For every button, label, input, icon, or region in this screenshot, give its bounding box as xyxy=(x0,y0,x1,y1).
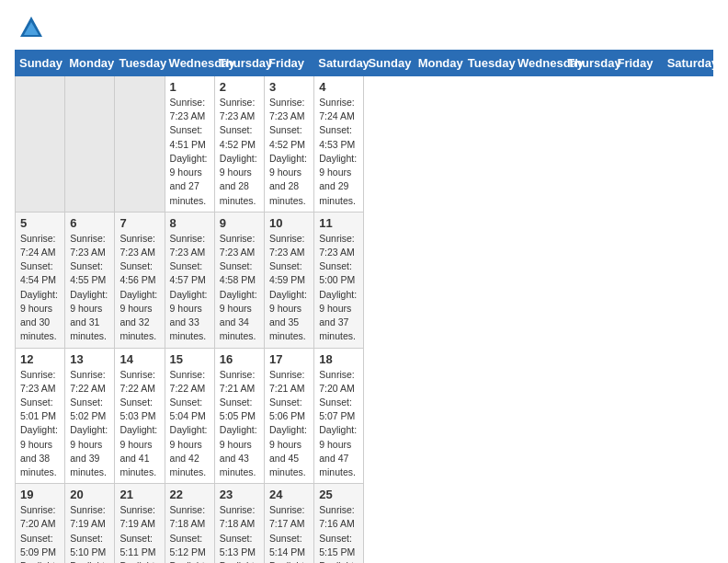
day-number: 21 xyxy=(119,488,159,501)
logo xyxy=(15,15,44,40)
day-number: 4 xyxy=(319,80,358,94)
header-sunday: Sunday xyxy=(16,51,65,76)
calendar-cell: 5Sunrise: 7:24 AMSunset: 4:54 PMDaylight… xyxy=(16,212,65,348)
calendar-cell: 3Sunrise: 7:23 AMSunset: 4:52 PMDaylight… xyxy=(265,76,314,213)
calendar-cell: 8Sunrise: 7:23 AMSunset: 4:57 PMDaylight… xyxy=(165,212,214,348)
day-info: Sunrise: 7:22 AMSunset: 5:04 PMDaylight:… xyxy=(170,368,210,480)
calendar-cell: 20Sunrise: 7:19 AMSunset: 5:10 PMDayligh… xyxy=(65,484,115,563)
day-info: Sunrise: 7:23 AMSunset: 4:55 PMDaylight:… xyxy=(70,232,109,344)
calendar-cell: 21Sunrise: 7:19 AMSunset: 5:11 PMDayligh… xyxy=(115,484,165,563)
calendar-cell: 22Sunrise: 7:18 AMSunset: 5:12 PMDayligh… xyxy=(165,484,214,563)
day-info: Sunrise: 7:20 AMSunset: 5:07 PMDaylight:… xyxy=(319,368,358,480)
col-header-sunday: Sunday xyxy=(364,51,414,76)
calendar-cell: 24Sunrise: 7:17 AMSunset: 5:14 PMDayligh… xyxy=(265,484,314,563)
calendar-header-row: SundayMondayTuesdayWednesdayThursdayFrid… xyxy=(16,51,713,76)
day-number: 24 xyxy=(269,488,309,501)
day-number: 14 xyxy=(119,352,159,366)
calendar-cell: 23Sunrise: 7:18 AMSunset: 5:13 PMDayligh… xyxy=(214,484,264,563)
day-number: 7 xyxy=(119,216,159,230)
col-header-saturday: Saturday xyxy=(663,51,712,76)
calendar-cell: 2Sunrise: 7:23 AMSunset: 4:52 PMDaylight… xyxy=(214,76,264,213)
header-thursday: Thursday xyxy=(214,51,264,76)
calendar-cell: 14Sunrise: 7:22 AMSunset: 5:03 PMDayligh… xyxy=(115,348,165,484)
logo-icon xyxy=(18,15,44,40)
header-wednesday: Wednesday xyxy=(165,51,214,76)
day-number: 22 xyxy=(170,488,210,501)
day-info: Sunrise: 7:24 AMSunset: 4:53 PMDaylight:… xyxy=(319,96,358,208)
calendar-cell xyxy=(115,76,165,213)
col-header-friday: Friday xyxy=(613,51,663,76)
day-number: 17 xyxy=(269,352,309,366)
day-info: Sunrise: 7:21 AMSunset: 5:06 PMDaylight:… xyxy=(269,368,309,480)
calendar-week-row: 12Sunrise: 7:23 AMSunset: 5:01 PMDayligh… xyxy=(16,348,713,484)
day-info: Sunrise: 7:23 AMSunset: 4:51 PMDaylight:… xyxy=(170,96,210,208)
day-number: 18 xyxy=(319,352,358,366)
day-number: 25 xyxy=(319,488,358,501)
day-info: Sunrise: 7:23 AMSunset: 4:52 PMDaylight:… xyxy=(269,96,309,208)
day-info: Sunrise: 7:16 AMSunset: 5:15 PMDaylight:… xyxy=(319,503,358,563)
day-number: 3 xyxy=(269,80,309,94)
day-info: Sunrise: 7:23 AMSunset: 4:59 PMDaylight:… xyxy=(269,232,309,344)
header-friday: Friday xyxy=(265,51,314,76)
calendar-week-row: 1Sunrise: 7:23 AMSunset: 4:51 PMDaylight… xyxy=(16,76,713,213)
day-info: Sunrise: 7:19 AMSunset: 5:11 PMDaylight:… xyxy=(119,503,159,563)
calendar-week-row: 5Sunrise: 7:24 AMSunset: 4:54 PMDaylight… xyxy=(16,212,713,348)
col-header-wednesday: Wednesday xyxy=(514,51,563,76)
calendar-cell: 25Sunrise: 7:16 AMSunset: 5:15 PMDayligh… xyxy=(314,484,364,563)
day-info: Sunrise: 7:18 AMSunset: 5:13 PMDaylight:… xyxy=(220,503,259,563)
day-info: Sunrise: 7:22 AMSunset: 5:02 PMDaylight:… xyxy=(70,368,109,480)
day-number: 6 xyxy=(70,216,109,230)
day-info: Sunrise: 7:24 AMSunset: 4:54 PMDaylight:… xyxy=(20,232,60,344)
day-number: 10 xyxy=(269,216,309,230)
day-info: Sunrise: 7:22 AMSunset: 5:03 PMDaylight:… xyxy=(119,368,159,480)
day-info: Sunrise: 7:21 AMSunset: 5:05 PMDaylight:… xyxy=(220,368,259,480)
day-number: 20 xyxy=(70,488,109,501)
day-info: Sunrise: 7:23 AMSunset: 4:56 PMDaylight:… xyxy=(119,232,159,344)
day-number: 11 xyxy=(319,216,358,230)
header-monday: Monday xyxy=(65,51,115,76)
calendar-cell: 7Sunrise: 7:23 AMSunset: 4:56 PMDaylight… xyxy=(115,212,165,348)
day-info: Sunrise: 7:23 AMSunset: 4:57 PMDaylight:… xyxy=(170,232,210,344)
day-number: 23 xyxy=(220,488,259,501)
day-number: 19 xyxy=(20,488,60,501)
day-info: Sunrise: 7:18 AMSunset: 5:12 PMDaylight:… xyxy=(170,503,210,563)
day-number: 13 xyxy=(70,352,109,366)
day-number: 9 xyxy=(220,216,259,230)
day-number: 5 xyxy=(20,216,60,230)
header xyxy=(15,15,713,40)
calendar-cell: 6Sunrise: 7:23 AMSunset: 4:55 PMDaylight… xyxy=(65,212,115,348)
header-tuesday: Tuesday xyxy=(115,51,165,76)
calendar-cell: 10Sunrise: 7:23 AMSunset: 4:59 PMDayligh… xyxy=(265,212,314,348)
day-number: 16 xyxy=(220,352,259,366)
calendar-cell: 16Sunrise: 7:21 AMSunset: 5:05 PMDayligh… xyxy=(214,348,264,484)
calendar-cell: 1Sunrise: 7:23 AMSunset: 4:51 PMDaylight… xyxy=(165,76,214,213)
calendar-cell: 19Sunrise: 7:20 AMSunset: 5:09 PMDayligh… xyxy=(16,484,65,563)
calendar-cell: 12Sunrise: 7:23 AMSunset: 5:01 PMDayligh… xyxy=(16,348,65,484)
calendar-table: SundayMondayTuesdayWednesdayThursdayFrid… xyxy=(15,50,713,563)
day-info: Sunrise: 7:23 AMSunset: 5:01 PMDaylight:… xyxy=(20,368,60,480)
day-number: 1 xyxy=(170,80,210,94)
col-header-monday: Monday xyxy=(414,51,463,76)
day-number: 12 xyxy=(20,352,60,366)
calendar-cell: 18Sunrise: 7:20 AMSunset: 5:07 PMDayligh… xyxy=(314,348,364,484)
calendar-week-row: 19Sunrise: 7:20 AMSunset: 5:09 PMDayligh… xyxy=(16,484,713,563)
col-header-tuesday: Tuesday xyxy=(463,51,513,76)
calendar-cell xyxy=(16,76,65,213)
calendar-cell: 4Sunrise: 7:24 AMSunset: 4:53 PMDaylight… xyxy=(314,76,364,213)
day-info: Sunrise: 7:19 AMSunset: 5:10 PMDaylight:… xyxy=(70,503,109,563)
header-saturday: Saturday xyxy=(314,51,364,76)
day-info: Sunrise: 7:23 AMSunset: 4:58 PMDaylight:… xyxy=(220,232,259,344)
day-info: Sunrise: 7:17 AMSunset: 5:14 PMDaylight:… xyxy=(269,503,309,563)
day-info: Sunrise: 7:23 AMSunset: 4:52 PMDaylight:… xyxy=(220,96,259,208)
day-number: 8 xyxy=(170,216,210,230)
col-header-thursday: Thursday xyxy=(563,51,613,76)
calendar-cell: 9Sunrise: 7:23 AMSunset: 4:58 PMDaylight… xyxy=(214,212,264,348)
calendar-cell: 17Sunrise: 7:21 AMSunset: 5:06 PMDayligh… xyxy=(265,348,314,484)
calendar-cell: 11Sunrise: 7:23 AMSunset: 5:00 PMDayligh… xyxy=(314,212,364,348)
day-number: 15 xyxy=(170,352,210,366)
day-info: Sunrise: 7:20 AMSunset: 5:09 PMDaylight:… xyxy=(20,503,60,563)
calendar-cell xyxy=(65,76,115,213)
day-info: Sunrise: 7:23 AMSunset: 5:00 PMDaylight:… xyxy=(319,232,358,344)
calendar-cell: 15Sunrise: 7:22 AMSunset: 5:04 PMDayligh… xyxy=(165,348,214,484)
day-number: 2 xyxy=(220,80,259,94)
